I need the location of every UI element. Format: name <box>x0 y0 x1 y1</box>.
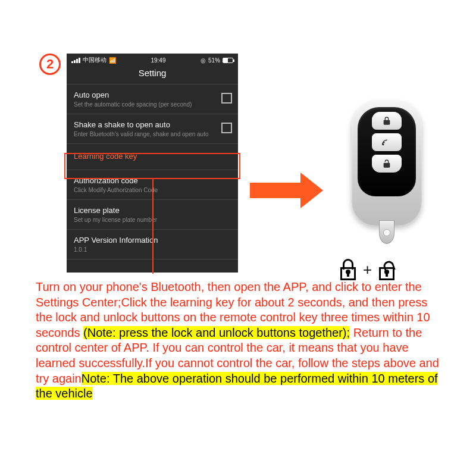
wifi-icon: 📶 <box>109 57 116 64</box>
diagram-top: 2 中国移动 📶 19:49 ◎ 51% Setting Auto open S… <box>42 54 434 274</box>
instructions-highlight-1: (Note: press the lock and unlock buttons… <box>83 326 350 339</box>
menu-learning-code-key[interactable]: Learning code key <box>67 143 238 170</box>
lock-open-icon <box>378 259 396 280</box>
signal-icon <box>71 58 80 63</box>
instructions-text: Turn on your phone's Bluetooth, then ope… <box>36 280 440 402</box>
menu-auto-open[interactable]: Auto open Set the automatic code spacing… <box>67 84 238 114</box>
menu-item-sub: Set the automatic code spacing (per seco… <box>74 101 231 108</box>
keyfob-image <box>339 101 434 280</box>
instructions-highlight-2: Note: The above operation should be perf… <box>36 372 438 400</box>
lock-plus-unlock: + <box>339 259 396 280</box>
signal-waves-icon <box>381 138 392 146</box>
keyfob-lock-button <box>372 112 402 130</box>
plus-icon: + <box>363 261 372 279</box>
lock-closed-icon <box>339 259 357 280</box>
lock-icon <box>382 116 392 126</box>
menu-item-label: Shake a shake to open auto <box>74 120 231 129</box>
carrier-label: 中国移动 <box>83 56 107 64</box>
checkbox[interactable] <box>221 123 232 133</box>
menu-item-label: Auto open <box>74 90 231 99</box>
svg-point-0 <box>383 143 384 145</box>
checkbox[interactable] <box>221 93 232 104</box>
step-badge: 2 <box>39 54 61 75</box>
menu-item-sub: Enter Bluetooth's valid range, shake and… <box>74 131 231 137</box>
guide-line <box>152 178 154 274</box>
keyfob-signal-button <box>372 133 402 151</box>
battery-pct: 51% <box>208 57 220 64</box>
battery-icon <box>223 58 233 63</box>
menu-shake-open[interactable]: Shake a shake to open auto Enter Bluetoo… <box>67 114 238 143</box>
menu-item-label: Learning code key <box>74 152 231 161</box>
arrow-right-icon <box>250 173 327 208</box>
clock: 19:49 <box>151 57 165 64</box>
status-bar: 中国移动 📶 19:49 ◎ 51% <box>67 54 238 67</box>
keyfob-blade <box>379 220 394 244</box>
unlock-icon <box>382 159 392 168</box>
keyfob-unlock-button <box>372 155 402 173</box>
screen-title: Setting <box>67 67 238 84</box>
